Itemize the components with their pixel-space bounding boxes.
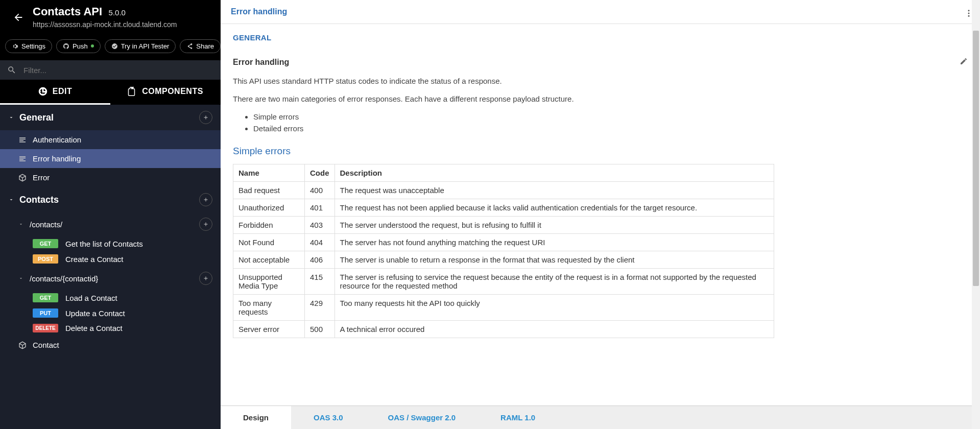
breadcrumb[interactable]: Error handling xyxy=(231,7,287,16)
top-bar: Error handling xyxy=(221,0,980,24)
gear-icon xyxy=(12,43,18,50)
add-contacts-button[interactable] xyxy=(199,193,212,206)
toolbar: Settings Push Try in API Tester Share xyxy=(0,35,221,60)
path-contacts[interactable]: /contacts/ xyxy=(0,212,221,236)
add-general-button[interactable] xyxy=(199,111,212,124)
api-version: 5.0.0 xyxy=(109,8,126,17)
check-circle-icon xyxy=(111,43,118,50)
content: GENERAL Error handling This API uses sta… xyxy=(221,24,980,429)
list-item: Simple errors xyxy=(253,111,968,123)
bottom-tabs: Design OAS 3.0 OAS / Swagger 2.0 RAML 1.… xyxy=(221,406,980,429)
share-icon xyxy=(186,43,193,50)
cube-icon xyxy=(18,174,27,182)
try-button[interactable]: Try in API Tester xyxy=(105,39,176,53)
tab-components[interactable]: COMPONENTS xyxy=(110,80,221,105)
tab-oas3[interactable]: OAS 3.0 xyxy=(291,406,366,429)
search-icon xyxy=(7,65,16,75)
subheading: Simple errors xyxy=(233,146,968,157)
content-title: Error handling xyxy=(233,58,289,67)
sidebar-tabs: EDIT COMPONENTS xyxy=(0,80,221,105)
path-contact-id[interactable]: /contacts/{contactid} xyxy=(0,267,221,290)
list-item: Detailed errors xyxy=(253,123,968,135)
content-heading-row: Error handling xyxy=(233,57,968,67)
paragraph: There are two main categories of error r… xyxy=(233,93,968,104)
search-row xyxy=(0,60,221,80)
table-row: Unauthorized401The request has not been … xyxy=(233,199,774,217)
table-row: Not Found404The server has not found any… xyxy=(233,234,774,251)
settings-button[interactable]: Settings xyxy=(5,39,52,53)
push-button[interactable]: Push xyxy=(56,39,101,53)
chevron-down-icon xyxy=(18,276,23,281)
op-post-contacts[interactable]: POST Create a Contact xyxy=(0,251,221,267)
errors-table: Name Code Description Bad request400The … xyxy=(233,164,774,338)
pencil-icon xyxy=(960,57,968,65)
scrollbar-thumb[interactable] xyxy=(973,31,979,286)
back-button[interactable] xyxy=(8,7,29,28)
search-input[interactable] xyxy=(23,66,213,75)
chevron-down-icon xyxy=(8,197,14,203)
table-row: Forbidden403The server understood the re… xyxy=(233,217,774,234)
target-icon xyxy=(38,87,47,96)
cube-icon xyxy=(18,341,27,349)
sidebar: Contacts API 5.0.0 https://assossn.api-m… xyxy=(0,0,221,429)
bullet-list: Simple errors Detailed errors xyxy=(253,111,968,134)
text-section-icon xyxy=(18,155,27,163)
sidebar-item-error[interactable]: Error xyxy=(0,168,221,187)
chevron-down-icon xyxy=(8,114,14,121)
main: Error handling GENERAL Error handling Th… xyxy=(221,0,980,429)
op-put-contact[interactable]: PUT Update a Contact xyxy=(0,305,221,321)
svg-point-3 xyxy=(968,15,970,17)
edit-button[interactable] xyxy=(960,57,968,67)
share-button[interactable]: Share xyxy=(180,39,221,53)
table-row: Too many requests429Too many requests hi… xyxy=(233,295,774,321)
github-icon xyxy=(63,43,69,50)
add-path-button[interactable] xyxy=(199,272,212,285)
table-row: Not acceptable406The server is unable to… xyxy=(233,251,774,269)
tab-design[interactable]: Design xyxy=(221,406,291,429)
op-get-contacts[interactable]: GET Get the list of Contacts xyxy=(0,236,221,251)
sidebar-header: Contacts API 5.0.0 https://assossn.api-m… xyxy=(0,0,221,35)
scrollbar[interactable] xyxy=(972,0,980,429)
svg-point-2 xyxy=(968,13,970,14)
sidebar-item-authentication[interactable]: Authentication xyxy=(0,130,221,149)
op-get-contact[interactable]: GET Load a Contact xyxy=(0,290,221,305)
api-url: https://assossn.api-mock.int.cloud.talen… xyxy=(33,20,212,29)
api-title: Contacts API xyxy=(33,5,102,18)
tab-raml[interactable]: RAML 1.0 xyxy=(478,406,558,429)
section-contacts[interactable]: Contacts xyxy=(0,187,221,212)
table-row: Unsupported Media Type415The server is r… xyxy=(233,269,774,295)
sidebar-item-contact-type[interactable]: Contact xyxy=(0,336,221,354)
clipboard-icon xyxy=(128,87,137,96)
paragraph: This API uses standard HTTP status codes… xyxy=(233,76,968,86)
section-general[interactable]: General xyxy=(0,105,221,130)
tab-edit[interactable]: EDIT xyxy=(0,80,110,105)
sidebar-item-error-handling[interactable]: Error handling xyxy=(0,149,221,168)
nav-tree: General Authentication Error handling Er… xyxy=(0,105,221,429)
op-delete-contact[interactable]: DELETE Delete a Contact xyxy=(0,321,221,336)
status-dot-icon xyxy=(91,44,94,47)
text-section-icon xyxy=(18,136,27,144)
table-row: Bad request400The request was unacceptab… xyxy=(233,182,774,199)
chevron-down-icon xyxy=(18,222,23,227)
table-row: Server error500A technical error occured xyxy=(233,321,774,338)
add-path-button[interactable] xyxy=(199,218,212,231)
svg-point-1 xyxy=(968,10,970,11)
tab-oas2[interactable]: OAS / Swagger 2.0 xyxy=(366,406,479,429)
table-header-row: Name Code Description xyxy=(233,164,774,182)
section-label: GENERAL xyxy=(233,33,968,42)
